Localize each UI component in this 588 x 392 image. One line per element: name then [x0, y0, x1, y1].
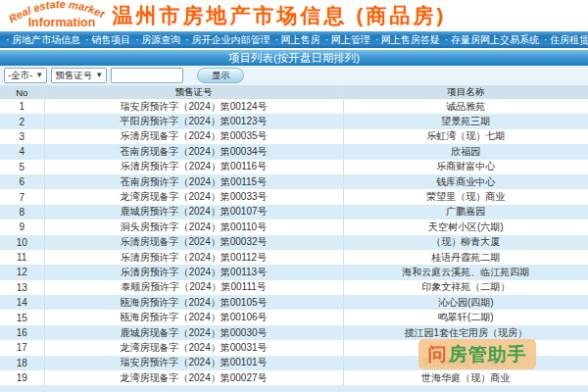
project-name: （现）柳青大厦 [343, 235, 588, 250]
permit-number: 乐清房现备字（2024）第00035号 [44, 129, 343, 144]
column-header-no: No [0, 86, 44, 99]
permit-number: 瑞安房预许字（2024）第00101号 [44, 356, 343, 370]
chevron-down-icon: ▼ [35, 72, 43, 79]
table-row[interactable]: 12乐清房预许字（2024）第00113号海和云庭云溪苑、临江苑四期 [0, 265, 588, 279]
show-button[interactable]: 显示 [197, 68, 244, 83]
table-row[interactable]: 16鹿城房现备字（2024）第00030号揽江园1套住宅用房（现房） [0, 325, 588, 340]
filter-bar: -全市- ▼ 预售证号 ▼ 显示 [0, 66, 588, 86]
nav-item[interactable]: 网上管理 [325, 34, 370, 45]
project-name: 揽江园1套住宅用房（现房） [343, 325, 588, 340]
table-row[interactable]: 3乐清房现备字（2024）第00035号乐虹湾（现）七期 [0, 129, 588, 144]
table-row[interactable]: 18瑞安房预许字（2024）第00101号学仕风华里（一期） [0, 356, 588, 370]
table-row[interactable]: 10乐清房现备字（2024）第00032号（现）柳青大厦 [0, 235, 588, 250]
table-row[interactable]: 5乐清房预许字（2024）第00116号乐商财富中心 [0, 160, 588, 174]
permit-number: 苍南房预许字（2024）第00115号 [44, 174, 343, 189]
table-row[interactable]: 4苍南房现备字（2024）第00034号欣福园 [0, 144, 588, 159]
nav-item[interactable]: 销售项目 [85, 34, 130, 45]
row-number: 19 [0, 370, 44, 385]
row-number: 11 [0, 250, 44, 265]
page: Real estate market Information 温州市房地产市场信… [0, 0, 588, 392]
permit-number: 洞头房预许字（2024）第00110号 [44, 220, 343, 234]
row-number: 7 [0, 189, 44, 204]
column-header-name: 项目名称 [343, 86, 588, 99]
table-row[interactable]: 8鹿城房预许字（2024）第00107号广鹏嘉园 [0, 205, 588, 220]
table-row[interactable]: 2平阳房预许字（2024）第00123号望景苑三期 [0, 114, 588, 128]
permit-number: 鹿城房现备字（2024）第00030号 [44, 325, 343, 340]
permit-number: 乐清房预许字（2024）第00112号 [44, 250, 343, 265]
search-field-select[interactable]: 预售证号 ▼ [51, 68, 107, 83]
project-name: 广鹏嘉园 [343, 205, 588, 220]
permit-number: 苍南房现备字（2024）第00034号 [44, 144, 343, 159]
row-number: 2 [0, 114, 44, 128]
permit-number: 乐清房预许字（2024）第00116号 [44, 160, 343, 174]
project-table: No 预售证号 项目名称 1瑞安房预许字（2024）第00124号诚品雅苑2平阳… [0, 86, 588, 385]
table-row[interactable]: 11乐清房预许字（2024）第00112号桂语丹霞苑二期 [0, 250, 588, 265]
row-number: 8 [0, 205, 44, 220]
project-name: 沁心园(四期) [343, 295, 588, 310]
row-number: 10 [0, 235, 44, 250]
page-title: 温州市房地产市场信息 (商品房) [88, 0, 470, 31]
project-name: 望景苑三期 [343, 114, 588, 128]
row-number: 18 [0, 356, 44, 370]
table-header-row: No 预售证号 项目名称 [0, 86, 588, 99]
city-select[interactable]: -全市- ▼ [4, 68, 47, 83]
permit-number: 龙湾房现备字（2024）第00031号 [44, 340, 343, 355]
search-input[interactable] [111, 68, 183, 83]
nav-item[interactable]: 存量房网上交易系统 [445, 34, 539, 45]
project-name: 荣望里（现）商业 [343, 189, 588, 204]
nav-item[interactable]: 房开企业内部管理 [185, 34, 270, 45]
row-number: 1 [0, 99, 44, 114]
project-table-body: 1瑞安房预许字（2024）第00124号诚品雅苑2平阳房预许字（2024）第00… [0, 99, 588, 385]
project-name: 鸣翠轩(二期) [343, 310, 588, 324]
project-name: 学仕风华里（一期） [343, 356, 588, 370]
row-number: 16 [0, 325, 44, 340]
row-number: 4 [0, 144, 44, 159]
permit-number: 泰顺房预许字（2024）第00111号 [44, 280, 343, 295]
project-name [343, 340, 588, 355]
nav-item[interactable]: 网上售房答疑 [375, 34, 440, 45]
table-row[interactable]: 13泰顺房预许字（2024）第00111号印象文祥苑（二期） [0, 280, 588, 295]
permit-number: 乐清房现备字（2024）第00032号 [44, 235, 343, 250]
table-row[interactable]: 1瑞安房预许字（2024）第00124号诚品雅苑 [0, 99, 588, 114]
table-row[interactable]: 17龙湾房现备字（2024）第00031号 [0, 340, 588, 355]
table-row[interactable]: 9洞头房预许字（2024）第00110号天空树小区(六期) [0, 220, 588, 234]
project-name: 乐商财富中心 [343, 160, 588, 174]
row-number: 14 [0, 295, 44, 310]
row-number: 15 [0, 310, 44, 324]
nav-item[interactable]: 房源查询 [135, 34, 180, 45]
search-field-select-value: 预售证号 [55, 70, 92, 82]
row-number: 6 [0, 174, 44, 189]
top-header: Real estate market Information 温州市房地产市场信… [0, 0, 588, 31]
table-row[interactable]: 6苍南房预许字（2024）第00115号钱库商业中心 [0, 174, 588, 189]
list-title: 项目列表(按开盘日期排列) [0, 50, 588, 66]
row-number: 9 [0, 220, 44, 234]
permit-number: 龙湾房现备字（2024）第00027号 [44, 370, 343, 385]
row-number: 12 [0, 265, 44, 279]
row-number: 5 [0, 160, 44, 174]
city-select-value: -全市- [8, 70, 32, 82]
partial-next-row [0, 385, 588, 392]
nav-item[interactable]: 网上售房 [274, 34, 319, 45]
row-number: 13 [0, 280, 44, 295]
table-row[interactable]: 14瓯海房预许字（2024）第00105号沁心园(四期) [0, 295, 588, 310]
permit-number: 瑞安房预许字（2024）第00124号 [44, 99, 343, 114]
nav-menu: 房地产市场信息销售项目房源查询房开企业内部管理网上售房网上管理网上售房答疑存量房… [0, 31, 588, 48]
permit-number: 平阳房预许字（2024）第00123号 [44, 114, 343, 128]
permit-number: 瓯海房预许字（2024）第00106号 [44, 310, 343, 324]
project-name: 乐虹湾（现）七期 [343, 129, 588, 144]
nav-item[interactable]: 住房租赁管理系统 [544, 34, 588, 45]
table-row[interactable]: 7龙湾房现备字（2024）第00033号荣望里（现）商业 [0, 189, 588, 204]
permit-number: 龙湾房现备字（2024）第00033号 [44, 189, 343, 204]
table-row[interactable]: 19龙湾房现备字（2024）第00027号世海华庭（现）商业 [0, 370, 588, 385]
table-row[interactable]: 15瓯海房预许字（2024）第00106号鸣翠轩(二期) [0, 310, 588, 324]
logo-sub-text: Information [28, 16, 96, 29]
chevron-down-icon: ▼ [95, 72, 103, 79]
permit-number: 瓯海房预许字（2024）第00105号 [44, 295, 343, 310]
project-name: 天空树小区(六期) [343, 220, 588, 234]
nav-item[interactable]: 房地产市场信息 [6, 34, 80, 45]
row-number: 3 [0, 129, 44, 144]
permit-number: 鹿城房预许字（2024）第00107号 [44, 205, 343, 220]
project-name: 印象文祥苑（二期） [343, 280, 588, 295]
project-name: 海和云庭云溪苑、临江苑四期 [343, 265, 588, 279]
column-header-permit: 预售证号 [44, 86, 343, 99]
